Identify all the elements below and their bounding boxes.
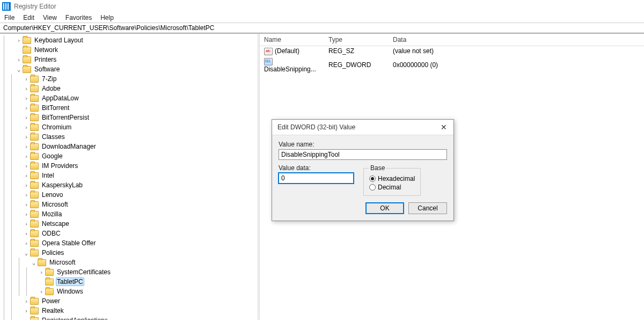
value-name: DisableSnipping... [264,65,316,73]
chevron-right-icon[interactable]: › [23,221,30,228]
chevron-right-icon[interactable]: › [23,153,30,160]
chevron-right-icon[interactable]: › [23,95,30,102]
tree-node[interactable]: ›Classes [0,132,258,142]
chevron-right-icon[interactable]: › [23,211,30,218]
tree-node[interactable]: ›Opera Stable Offer [0,238,258,248]
folder-icon [30,153,39,160]
value-name-input[interactable] [279,149,447,160]
tree-node[interactable]: ›BitTorrent [0,103,258,113]
folder-icon [30,163,39,170]
chevron-right-icon[interactable]: › [23,230,30,237]
chevron-right-icon[interactable]: › [38,269,45,276]
chevron-right-icon[interactable]: › [23,76,30,83]
value-data-input[interactable] [279,173,354,184]
folder-icon [30,298,39,305]
tree-label: Network [33,46,59,54]
chevron-right-icon[interactable]: › [23,182,30,189]
menu-edit[interactable]: Edit [23,14,34,21]
col-header-data[interactable]: Data [389,34,644,46]
tree-node[interactable]: ›Microsoft [0,200,258,209]
tree-label: Policies [41,249,65,257]
menu-favorites[interactable]: Favorites [65,14,92,21]
chevron-right-icon[interactable]: › [23,163,30,170]
chevron-down-icon[interactable]: ⌄ [15,66,23,73]
radio-dec[interactable]: Decimal [369,184,415,191]
tree-label: Google [41,152,64,160]
cancel-button[interactable]: Cancel [408,202,447,214]
dword-value-icon [264,58,273,65]
tree-node[interactable]: ›ODBC [0,229,258,238]
tree-node[interactable]: ⌄Microsoft [0,258,258,267]
tree-label: Software [33,65,61,73]
col-header-type[interactable]: Type [324,34,389,46]
chevron-right-icon[interactable]: › [23,105,30,112]
chevron-right-icon[interactable]: › [23,201,30,208]
tree-node[interactable]: ›Realtek [0,306,258,316]
app-icon [2,2,11,11]
chevron-down-icon[interactable]: ⌄ [23,250,30,257]
list-row[interactable]: DisableSnipping...REG_DWORD0x00000000 (0… [260,56,644,74]
tree-node[interactable]: ›AppDataLow [0,93,258,103]
ok-button[interactable]: OK [365,202,404,214]
tree-node[interactable]: ›7-Zip [0,74,258,84]
menu-view[interactable]: View [43,14,57,21]
tree-node[interactable]: ›SystemCertificates [0,267,258,277]
folder-icon [38,259,46,266]
folder-icon [30,221,39,228]
tree-node[interactable]: ›Power [0,296,258,306]
list-row[interactable]: (Default)REG_SZ(value not set) [260,46,644,56]
tree-node[interactable]: ›Mozilla [0,209,258,219]
tree-node[interactable]: ›Netscape [0,219,258,229]
chevron-right-icon[interactable]: › [23,298,30,305]
address-input[interactable] [3,24,641,32]
chevron-right-icon[interactable]: › [15,37,23,44]
chevron-right-icon[interactable]: › [23,317,30,320]
tree-label: Printers [33,56,57,63]
tree-label: DownloadManager [41,143,97,150]
chevron-right-icon[interactable]: › [38,288,45,295]
chevron-right-icon[interactable]: › [23,85,30,92]
tree-node[interactable]: ›DownloadManager [0,142,258,151]
radio-hex-icon [369,175,376,182]
tree-node[interactable]: ⌄Software [0,64,258,74]
chevron-right-icon[interactable]: › [23,308,30,314]
chevron-right-icon[interactable]: › [23,192,30,199]
menu-help[interactable]: Help [100,14,114,21]
radio-hex[interactable]: Hexadecimal [369,175,415,182]
tree-node[interactable]: ›Adobe [0,84,258,93]
col-header-name[interactable]: Name [260,34,324,46]
tree-node[interactable]: ›Printers [0,55,258,64]
chevron-down-icon[interactable]: ⌄ [30,259,38,266]
chevron-right-icon[interactable]: › [23,134,30,141]
menu-file[interactable]: File [4,14,14,21]
tree-node[interactable]: ›Lenovo [0,190,258,200]
chevron-right-icon[interactable]: › [23,114,30,121]
tree-node[interactable]: ›Chromium [0,122,258,132]
tree-node[interactable]: TabletPC [0,277,258,287]
tree-pane[interactable]: ›Keyboard LayoutNetwork›Printers⌄Softwar… [0,34,258,320]
tree-label: Netscape [41,220,70,228]
tree-node[interactable]: ›Intel [0,171,258,180]
tree-node[interactable]: ›RegisteredApplications [0,316,258,320]
tree-label: AppDataLow [41,94,80,102]
folder-icon [30,172,39,179]
tree-node[interactable]: ›BitTorrentPersist [0,113,258,122]
tree-label: Adobe [41,85,62,92]
close-icon[interactable]: ✕ [440,123,448,131]
tree-node[interactable]: ›IM Providers [0,161,258,171]
folder-icon [45,269,54,276]
tree-label: Windows [56,288,84,295]
tree-node[interactable]: Network [0,45,258,55]
tree-node[interactable]: ›Windows [0,287,258,296]
dialog-titlebar[interactable]: Edit DWORD (32-bit) Value ✕ [272,120,453,135]
chevron-right-icon[interactable]: › [23,240,30,247]
tree-node[interactable]: ›Google [0,151,258,161]
chevron-right-icon[interactable]: › [23,172,30,179]
chevron-right-icon[interactable]: › [23,143,30,150]
chevron-right-icon[interactable]: › [23,124,30,131]
folder-icon [30,105,39,112]
chevron-right-icon[interactable]: › [15,56,23,63]
tree-node[interactable]: ›Keyboard Layout [0,35,258,45]
tree-node[interactable]: ⌄Policies [0,248,258,258]
tree-node[interactable]: ›KasperskyLab [0,180,258,190]
